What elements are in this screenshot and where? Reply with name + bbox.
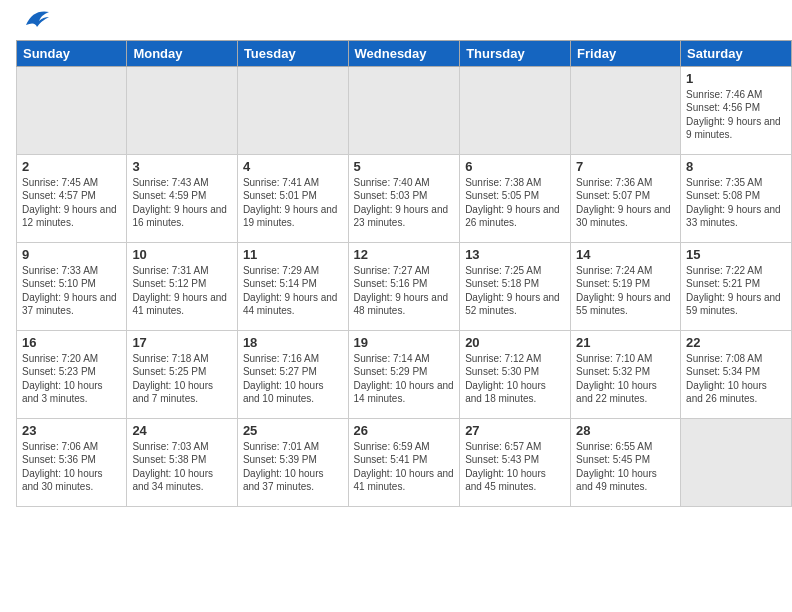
cal-cell: 5Sunrise: 7:40 AM Sunset: 5:03 PM Daylig… — [348, 154, 460, 242]
cal-cell: 7Sunrise: 7:36 AM Sunset: 5:07 PM Daylig… — [571, 154, 681, 242]
day-number: 24 — [132, 423, 232, 438]
day-number: 5 — [354, 159, 455, 174]
cal-cell: 19Sunrise: 7:14 AM Sunset: 5:29 PM Dayli… — [348, 330, 460, 418]
day-info: Sunrise: 7:01 AM Sunset: 5:39 PM Dayligh… — [243, 440, 343, 494]
day-number: 22 — [686, 335, 786, 350]
day-info: Sunrise: 7:43 AM Sunset: 4:59 PM Dayligh… — [132, 176, 232, 230]
cal-cell: 8Sunrise: 7:35 AM Sunset: 5:08 PM Daylig… — [681, 154, 792, 242]
day-number: 17 — [132, 335, 232, 350]
cal-cell: 16Sunrise: 7:20 AM Sunset: 5:23 PM Dayli… — [17, 330, 127, 418]
day-info: Sunrise: 7:24 AM Sunset: 5:19 PM Dayligh… — [576, 264, 675, 318]
cal-cell: 21Sunrise: 7:10 AM Sunset: 5:32 PM Dayli… — [571, 330, 681, 418]
day-number: 7 — [576, 159, 675, 174]
day-header-monday: Monday — [127, 40, 238, 66]
cal-cell — [17, 66, 127, 154]
cal-cell: 9Sunrise: 7:33 AM Sunset: 5:10 PM Daylig… — [17, 242, 127, 330]
cal-cell — [237, 66, 348, 154]
day-info: Sunrise: 7:25 AM Sunset: 5:18 PM Dayligh… — [465, 264, 565, 318]
day-number: 11 — [243, 247, 343, 262]
day-number: 14 — [576, 247, 675, 262]
cal-cell — [348, 66, 460, 154]
cal-cell: 14Sunrise: 7:24 AM Sunset: 5:19 PM Dayli… — [571, 242, 681, 330]
day-info: Sunrise: 7:38 AM Sunset: 5:05 PM Dayligh… — [465, 176, 565, 230]
day-info: Sunrise: 7:14 AM Sunset: 5:29 PM Dayligh… — [354, 352, 455, 406]
day-number: 28 — [576, 423, 675, 438]
cal-cell: 13Sunrise: 7:25 AM Sunset: 5:18 PM Dayli… — [460, 242, 571, 330]
cal-cell — [460, 66, 571, 154]
cal-cell: 1Sunrise: 7:46 AM Sunset: 4:56 PM Daylig… — [681, 66, 792, 154]
logo — [18, 14, 51, 34]
day-number: 18 — [243, 335, 343, 350]
day-info: Sunrise: 7:06 AM Sunset: 5:36 PM Dayligh… — [22, 440, 121, 494]
day-info: Sunrise: 7:33 AM Sunset: 5:10 PM Dayligh… — [22, 264, 121, 318]
day-info: Sunrise: 7:35 AM Sunset: 5:08 PM Dayligh… — [686, 176, 786, 230]
cal-cell: 11Sunrise: 7:29 AM Sunset: 5:14 PM Dayli… — [237, 242, 348, 330]
day-number: 6 — [465, 159, 565, 174]
day-number: 27 — [465, 423, 565, 438]
cal-cell: 6Sunrise: 7:38 AM Sunset: 5:05 PM Daylig… — [460, 154, 571, 242]
day-info: Sunrise: 7:45 AM Sunset: 4:57 PM Dayligh… — [22, 176, 121, 230]
day-number: 3 — [132, 159, 232, 174]
cal-cell: 3Sunrise: 7:43 AM Sunset: 4:59 PM Daylig… — [127, 154, 238, 242]
cal-cell: 4Sunrise: 7:41 AM Sunset: 5:01 PM Daylig… — [237, 154, 348, 242]
cal-cell: 26Sunrise: 6:59 AM Sunset: 5:41 PM Dayli… — [348, 418, 460, 506]
day-info: Sunrise: 7:29 AM Sunset: 5:14 PM Dayligh… — [243, 264, 343, 318]
day-number: 15 — [686, 247, 786, 262]
day-header-friday: Friday — [571, 40, 681, 66]
day-number: 21 — [576, 335, 675, 350]
day-info: Sunrise: 7:20 AM Sunset: 5:23 PM Dayligh… — [22, 352, 121, 406]
calendar: SundayMondayTuesdayWednesdayThursdayFrid… — [16, 40, 792, 507]
cal-cell — [681, 418, 792, 506]
cal-cell: 24Sunrise: 7:03 AM Sunset: 5:38 PM Dayli… — [127, 418, 238, 506]
cal-cell: 10Sunrise: 7:31 AM Sunset: 5:12 PM Dayli… — [127, 242, 238, 330]
cal-cell — [127, 66, 238, 154]
day-info: Sunrise: 7:03 AM Sunset: 5:38 PM Dayligh… — [132, 440, 232, 494]
day-info: Sunrise: 6:59 AM Sunset: 5:41 PM Dayligh… — [354, 440, 455, 494]
cal-cell: 25Sunrise: 7:01 AM Sunset: 5:39 PM Dayli… — [237, 418, 348, 506]
day-number: 16 — [22, 335, 121, 350]
cal-cell: 18Sunrise: 7:16 AM Sunset: 5:27 PM Dayli… — [237, 330, 348, 418]
day-info: Sunrise: 7:41 AM Sunset: 5:01 PM Dayligh… — [243, 176, 343, 230]
cal-cell — [571, 66, 681, 154]
header — [0, 0, 792, 40]
day-number: 23 — [22, 423, 121, 438]
day-info: Sunrise: 7:27 AM Sunset: 5:16 PM Dayligh… — [354, 264, 455, 318]
day-info: Sunrise: 7:31 AM Sunset: 5:12 PM Dayligh… — [132, 264, 232, 318]
day-info: Sunrise: 7:22 AM Sunset: 5:21 PM Dayligh… — [686, 264, 786, 318]
day-number: 10 — [132, 247, 232, 262]
day-header-saturday: Saturday — [681, 40, 792, 66]
day-header-thursday: Thursday — [460, 40, 571, 66]
day-number: 19 — [354, 335, 455, 350]
day-info: Sunrise: 6:57 AM Sunset: 5:43 PM Dayligh… — [465, 440, 565, 494]
day-header-tuesday: Tuesday — [237, 40, 348, 66]
cal-cell: 2Sunrise: 7:45 AM Sunset: 4:57 PM Daylig… — [17, 154, 127, 242]
day-number: 4 — [243, 159, 343, 174]
day-number: 2 — [22, 159, 121, 174]
day-info: Sunrise: 7:16 AM Sunset: 5:27 PM Dayligh… — [243, 352, 343, 406]
day-info: Sunrise: 7:08 AM Sunset: 5:34 PM Dayligh… — [686, 352, 786, 406]
cal-cell: 22Sunrise: 7:08 AM Sunset: 5:34 PM Dayli… — [681, 330, 792, 418]
cal-cell: 15Sunrise: 7:22 AM Sunset: 5:21 PM Dayli… — [681, 242, 792, 330]
day-header-sunday: Sunday — [17, 40, 127, 66]
day-info: Sunrise: 7:18 AM Sunset: 5:25 PM Dayligh… — [132, 352, 232, 406]
cal-cell: 20Sunrise: 7:12 AM Sunset: 5:30 PM Dayli… — [460, 330, 571, 418]
logo-icon — [21, 7, 51, 32]
day-info: Sunrise: 7:12 AM Sunset: 5:30 PM Dayligh… — [465, 352, 565, 406]
day-number: 12 — [354, 247, 455, 262]
day-info: Sunrise: 7:46 AM Sunset: 4:56 PM Dayligh… — [686, 88, 786, 142]
day-number: 26 — [354, 423, 455, 438]
cal-cell: 28Sunrise: 6:55 AM Sunset: 5:45 PM Dayli… — [571, 418, 681, 506]
cal-cell: 27Sunrise: 6:57 AM Sunset: 5:43 PM Dayli… — [460, 418, 571, 506]
day-number: 8 — [686, 159, 786, 174]
day-info: Sunrise: 7:10 AM Sunset: 5:32 PM Dayligh… — [576, 352, 675, 406]
cal-cell: 17Sunrise: 7:18 AM Sunset: 5:25 PM Dayli… — [127, 330, 238, 418]
day-number: 25 — [243, 423, 343, 438]
day-number: 20 — [465, 335, 565, 350]
day-number: 1 — [686, 71, 786, 86]
cal-cell: 12Sunrise: 7:27 AM Sunset: 5:16 PM Dayli… — [348, 242, 460, 330]
day-info: Sunrise: 6:55 AM Sunset: 5:45 PM Dayligh… — [576, 440, 675, 494]
day-header-wednesday: Wednesday — [348, 40, 460, 66]
day-number: 9 — [22, 247, 121, 262]
day-number: 13 — [465, 247, 565, 262]
day-info: Sunrise: 7:40 AM Sunset: 5:03 PM Dayligh… — [354, 176, 455, 230]
